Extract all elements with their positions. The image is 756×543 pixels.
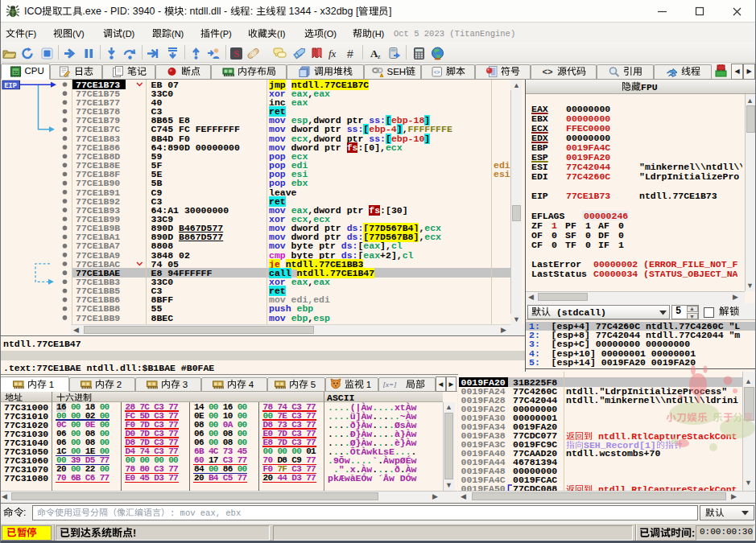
svg-text:<>: <>: [434, 70, 440, 76]
svg-text:EIP: EIP: [5, 82, 17, 90]
svg-text:32: 32: [13, 70, 19, 75]
svg-text:fx: fx: [328, 47, 337, 60]
svg-text:z: z: [378, 53, 381, 60]
svg-text:<>: <>: [542, 68, 553, 77]
svg-text:S: S: [233, 48, 239, 60]
svg-text:#: #: [347, 47, 353, 60]
